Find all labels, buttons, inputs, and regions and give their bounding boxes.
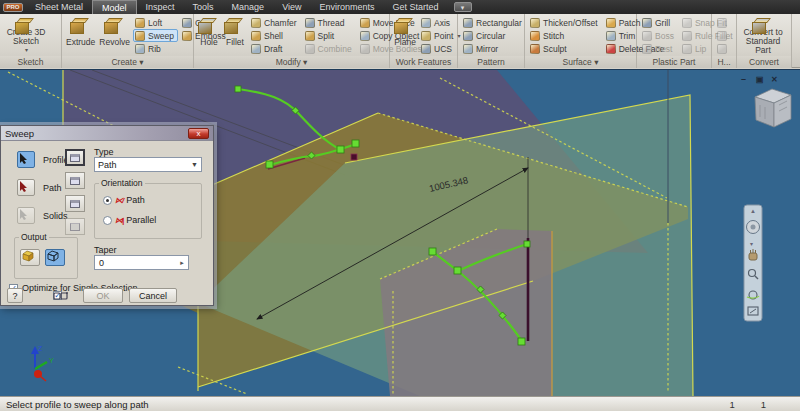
convert-to-standard-part-button[interactable]: Convert to Standard Part [740,16,786,56]
tab-environments[interactable]: Environments [310,0,383,14]
solids-select-button[interactable] [17,207,35,224]
shell-button[interactable]: Shell [249,29,301,42]
thicken-offset-button[interactable]: Thicken/Offset [528,16,602,29]
thread-button[interactable]: Thread [303,16,356,29]
group-label-sketch: Sketch [0,56,61,68]
thread-icon [305,18,315,28]
sculpt-button[interactable]: Sculpt [528,42,602,55]
type-dropdown[interactable]: Path ▼ [94,157,202,172]
hole-button[interactable]: Hole [197,16,221,56]
minimize-ribbon-button[interactable]: ▾ [454,2,472,12]
help-button[interactable]: ? [7,288,23,303]
linked-selection-icon [53,291,69,301]
harness-icon-2 [717,31,727,41]
view-cube[interactable] [755,89,791,127]
sweep-dialog-titlebar[interactable]: Sweep x [1,126,213,141]
create-3d-sketch-button[interactable]: Create 3D Sketch▾ [3,16,49,56]
pan-hand-icon[interactable] [749,249,757,260]
grill-icon [642,18,652,28]
stitch-button[interactable]: Stitch [528,29,602,42]
output-surface-button[interactable] [45,249,65,266]
chevron-down-icon[interactable]: ▼ [188,158,201,171]
occurrence-count-1: 1 [729,399,734,410]
revolve-button[interactable]: Revolve [98,16,131,56]
tab-get-started[interactable]: Get Started [384,0,448,14]
group-label-convert: Convert [737,56,791,68]
taper-input[interactable]: 0 ▸ [94,255,189,270]
combine-icon [305,44,315,54]
orientation-parallel-radio[interactable]: ⋈| Parallel [103,215,156,225]
loft-button[interactable]: Loft [133,16,178,29]
navigation-bar[interactable]: ▲ ▾ [744,205,762,321]
circular-pattern-icon [463,31,473,41]
rest-button[interactable]: Rest [640,42,678,55]
ok-button[interactable]: OK [83,288,123,303]
tool-label: Chamfer [264,18,297,28]
stitch-icon [530,31,540,41]
circular-button[interactable]: Circular [461,29,526,42]
harness-icon-1 [717,18,727,28]
tool-label: Rib [148,44,161,54]
svg-text:▾: ▾ [750,241,753,247]
fillet-icon [224,18,246,36]
mirror-button[interactable]: Mirror [461,42,526,55]
harness-icon-3 [717,44,727,54]
parallel-orientation-icon: ⋈| [115,216,123,225]
operation-new-solid-button[interactable] [65,218,85,235]
extrude-button[interactable]: Extrude [65,16,96,56]
svg-text:Z: Z [38,345,43,352]
path-orientation-icon: ⋉/ [115,196,123,205]
rest-icon [642,44,652,54]
orientation-path-radio[interactable]: ⋉/ Path [103,195,145,205]
tab-view[interactable]: View [273,0,310,14]
grill-button[interactable]: Grill [640,16,678,29]
sketch-point-selected[interactable] [351,154,357,160]
sweep-button[interactable]: Sweep [133,29,178,42]
rib-button[interactable]: Rib [133,42,178,55]
ribbon-group-modify: HoleFilletChamferShellDraftThreadSplitCo… [194,14,390,68]
preview-toggle[interactable]: ✓ [53,291,62,300]
split-button[interactable]: Split [303,29,356,42]
ribbon-group-convert: Convert to Standard PartConvert [737,14,792,68]
plane-button[interactable]: Plane [393,16,417,56]
ribbon-group-sketch: Create 3D Sketch▾Sketch [0,14,62,68]
application-menu-button[interactable]: PRO [0,0,26,14]
doc-minimize-icon: – [741,74,746,84]
output-solid-button[interactable] [20,249,40,266]
fillet-button[interactable]: Fillet [223,16,247,56]
group-label-pattern: Pattern [458,56,524,68]
model-viewport[interactable]: 1005.348 [0,69,800,396]
tool-label: Sculpt [543,44,567,54]
harness-icon-1-button[interactable] [715,16,731,29]
cancel-button[interactable]: Cancel [129,288,177,303]
tab-sheet-metal[interactable]: Sheet Metal [26,0,92,14]
rib-icon [135,44,145,54]
group-label-work-features: Work Features [390,56,457,68]
operation-intersect-button[interactable] [65,195,85,212]
dialog-close-button[interactable]: x [188,128,209,139]
tab-inspect[interactable]: Inspect [137,0,184,14]
draft-button[interactable]: Draft [249,42,301,55]
path-select-button[interactable] [17,179,35,196]
harness-icon-3-button[interactable] [715,42,731,55]
orientation-group: Orientation [94,183,202,239]
plane-icon [394,18,416,36]
lip-icon [682,44,692,54]
rectangular-button[interactable]: Rectangular [461,16,526,29]
profile-select-button[interactable] [17,151,35,168]
flyout-arrow-icon[interactable]: ▸ [176,259,188,267]
operation-join-button[interactable] [65,149,85,166]
harness-icon-2-button[interactable] [715,29,731,42]
tab-model[interactable]: Model [92,0,137,14]
boss-button[interactable]: Boss [640,29,678,42]
operation-cut-button[interactable] [65,172,85,189]
combine-button[interactable]: Combine [303,42,356,55]
tool-label: Axis [434,18,450,28]
tab-manage[interactable]: Manage [223,0,274,14]
point-icon [421,31,431,41]
tab-tools[interactable]: Tools [184,0,223,14]
tool-label: Hole [200,38,217,47]
sweep-dialog[interactable]: Sweep x Profile Path Solids [0,125,214,306]
chamfer-button[interactable]: Chamfer [249,16,301,29]
patch-icon [606,18,616,28]
